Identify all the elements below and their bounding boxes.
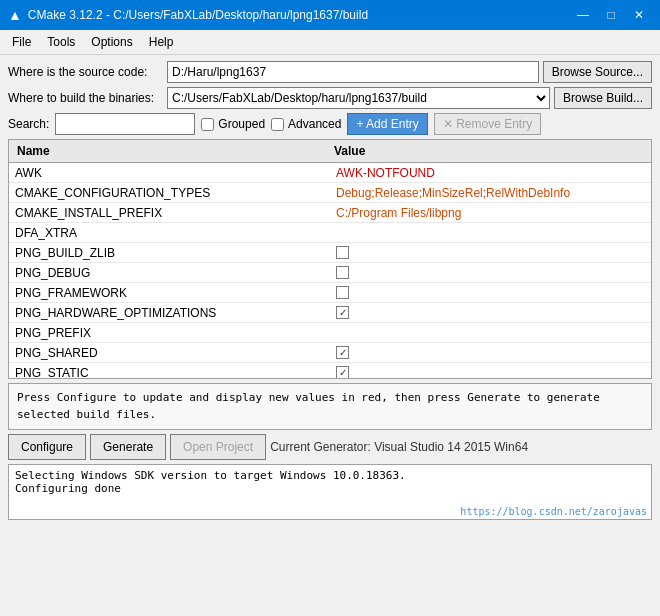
log-line: Configuring done	[15, 482, 645, 495]
cell-value: AWK-NOTFOUND	[330, 163, 651, 182]
generate-button[interactable]: Generate	[90, 434, 166, 460]
log-area: Selecting Windows SDK version to target …	[8, 464, 652, 520]
table-row[interactable]: PNG_STATIC✓	[9, 363, 651, 379]
watermark: https://blog.csdn.net/zarojavas	[460, 506, 647, 517]
cell-name: AWK	[9, 163, 330, 182]
cell-value[interactable]: ✓	[330, 303, 651, 322]
add-entry-button[interactable]: + Add Entry	[347, 113, 427, 135]
checkbox-icon[interactable]	[336, 266, 349, 279]
cell-value[interactable]: ✓	[330, 363, 651, 379]
source-label: Where is the source code:	[8, 65, 163, 79]
table-body: AWKAWK-NOTFOUNDCMAKE_CONFIGURATION_TYPES…	[9, 163, 651, 379]
table-row[interactable]: CMAKE_CONFIGURATION_TYPESDebug;Release;M…	[9, 183, 651, 203]
search-input[interactable]	[55, 113, 195, 135]
table-header: Name Value	[9, 140, 651, 163]
cell-value: C:/Program Files/libpng	[330, 203, 651, 222]
cell-value[interactable]	[330, 283, 651, 302]
advanced-checkbox[interactable]	[271, 118, 284, 131]
close-button[interactable]: ✕	[626, 4, 652, 26]
build-row: Where to build the binaries: C:/Users/Fa…	[8, 87, 652, 109]
cell-name: PNG_PREFIX	[9, 323, 330, 342]
cell-value	[330, 323, 651, 342]
table-row[interactable]: PNG_DEBUG	[9, 263, 651, 283]
grouped-checkbox-label[interactable]: Grouped	[201, 117, 265, 131]
log-line: Selecting Windows SDK version to target …	[15, 469, 645, 482]
menu-help[interactable]: Help	[141, 32, 182, 52]
configure-button[interactable]: Configure	[8, 434, 86, 460]
checkbox-icon[interactable]: ✓	[336, 306, 349, 319]
checkbox-icon[interactable]	[336, 286, 349, 299]
menu-file[interactable]: File	[4, 32, 39, 52]
cell-value	[330, 223, 651, 242]
advanced-checkbox-label[interactable]: Advanced	[271, 117, 341, 131]
table-row[interactable]: PNG_FRAMEWORK	[9, 283, 651, 303]
generator-label: Current Generator: Visual Studio 14 2015…	[270, 440, 528, 454]
cell-name: PNG_FRAMEWORK	[9, 283, 330, 302]
cell-value[interactable]	[330, 263, 651, 282]
open-project-button[interactable]: Open Project	[170, 434, 266, 460]
grouped-checkbox[interactable]	[201, 118, 214, 131]
build-input[interactable]: C:/Users/FabXLab/Desktop/haru/lpng1637/b…	[167, 87, 550, 109]
entries-table: Name Value AWKAWK-NOTFOUNDCMAKE_CONFIGUR…	[8, 139, 652, 379]
table-row[interactable]: AWKAWK-NOTFOUND	[9, 163, 651, 183]
title-bar: ▲ CMake 3.12.2 - C:/Users/FabXLab/Deskto…	[0, 0, 660, 30]
cell-name: CMAKE_INSTALL_PREFIX	[9, 203, 330, 222]
action-bar: Configure Generate Open Project Current …	[8, 434, 652, 460]
header-name: Name	[13, 142, 330, 160]
cell-name: PNG_STATIC	[9, 363, 330, 379]
table-row[interactable]: PNG_SHARED✓	[9, 343, 651, 363]
main-content: Where is the source code: Browse Source.…	[0, 55, 660, 526]
cell-name: PNG_DEBUG	[9, 263, 330, 282]
menu-bar: File Tools Options Help	[0, 30, 660, 55]
log-lines: Selecting Windows SDK version to target …	[15, 469, 645, 495]
source-row: Where is the source code: Browse Source.…	[8, 61, 652, 83]
minimize-button[interactable]: —	[570, 4, 596, 26]
cell-name: PNG_HARDWARE_OPTIMIZATIONS	[9, 303, 330, 322]
cell-name: CMAKE_CONFIGURATION_TYPES	[9, 183, 330, 202]
header-value: Value	[330, 142, 647, 160]
grouped-label: Grouped	[218, 117, 265, 131]
remove-entry-button[interactable]: ✕ Remove Entry	[434, 113, 541, 135]
table-row[interactable]: PNG_HARDWARE_OPTIMIZATIONS✓	[9, 303, 651, 323]
title-bar-left: ▲ CMake 3.12.2 - C:/Users/FabXLab/Deskto…	[8, 7, 368, 23]
cell-name: PNG_BUILD_ZLIB	[9, 243, 330, 262]
table-row[interactable]: DFA_XTRA	[9, 223, 651, 243]
title-bar-title: CMake 3.12.2 - C:/Users/FabXLab/Desktop/…	[28, 8, 368, 22]
build-label: Where to build the binaries:	[8, 91, 163, 105]
maximize-button[interactable]: □	[598, 4, 624, 26]
table-row[interactable]: PNG_PREFIX	[9, 323, 651, 343]
source-input[interactable]	[167, 61, 539, 83]
search-bar: Search: Grouped Advanced + Add Entry ✕ R…	[8, 113, 652, 135]
hint-content: Press Configure to update and display ne…	[17, 391, 600, 421]
app-icon: ▲	[8, 7, 22, 23]
cell-name: DFA_XTRA	[9, 223, 330, 242]
cell-value[interactable]: ✓	[330, 343, 651, 362]
cell-value[interactable]	[330, 243, 651, 262]
hint-text: Press Configure to update and display ne…	[8, 383, 652, 430]
browse-build-button[interactable]: Browse Build...	[554, 87, 652, 109]
cell-value: Debug;Release;MinSizeRel;RelWithDebInfo	[330, 183, 651, 202]
browse-source-button[interactable]: Browse Source...	[543, 61, 652, 83]
search-label: Search:	[8, 117, 49, 131]
table-row[interactable]: PNG_BUILD_ZLIB	[9, 243, 651, 263]
title-bar-controls: — □ ✕	[570, 4, 652, 26]
checkbox-icon[interactable]: ✓	[336, 366, 349, 379]
checkbox-icon[interactable]	[336, 246, 349, 259]
checkbox-icon[interactable]: ✓	[336, 346, 349, 359]
menu-options[interactable]: Options	[83, 32, 140, 52]
advanced-label: Advanced	[288, 117, 341, 131]
table-row[interactable]: CMAKE_INSTALL_PREFIXC:/Program Files/lib…	[9, 203, 651, 223]
cell-name: PNG_SHARED	[9, 343, 330, 362]
menu-tools[interactable]: Tools	[39, 32, 83, 52]
